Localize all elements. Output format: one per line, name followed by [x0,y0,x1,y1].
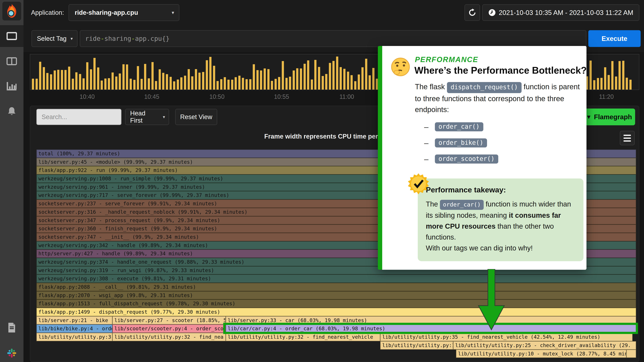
chevron-down-icon: ▾ [172,10,174,15]
top-bar: Application: ride-sharing-app.cpu ▾ 2021… [24,0,644,25]
refresh-icon [468,8,476,16]
timeline-bar [311,80,313,90]
timeline-bar [332,61,334,90]
flamegraph-frame[interactable]: lib/server.py:21 - bike ( [36,316,112,324]
flamegraph-row: lib/bike/bike.py:4 - ordelib/scooter/sco… [36,324,636,333]
timeline-bar [246,79,248,90]
timeline-bar [112,72,114,90]
flamegraph-frame[interactable]: lib/utility/utility.py:25 - check_driver… [453,341,636,350]
popup-title: Where’s the Performance Bottleneck? [414,65,587,76]
sidebar-item-comparison-view[interactable] [0,50,24,72]
flamegraph-frame[interactable]: flask/app.py:1513 - full_dispatch_reques… [36,300,636,308]
execute-button[interactable]: Execute [588,30,641,47]
timeline-bar [166,74,168,90]
flamegraph-frame[interactable]: lib/car/car.py:4 - order_car (68.03%, 19… [226,324,636,333]
application-select[interactable]: ride-sharing-app.cpu ▾ [68,4,179,21]
timeline-bar [198,73,200,90]
pyroscope-logo[interactable] [2,2,21,20]
timeline-bar [137,66,139,90]
timeline-bar [256,70,258,90]
timeline-bar [611,61,614,90]
flamegraph-row: flask/app.py:1513 - full_dispatch_reques… [36,300,636,308]
timeline-bar [231,80,233,90]
flamegraph-row: lib/utility/utility.py:1lib/utility/util… [36,341,636,350]
flamegraph-button-label: Flamegraph [594,113,632,121]
timeline-bar [365,59,367,90]
panel-menu-button[interactable] [620,131,634,145]
hamburger-icon [624,135,631,136]
timeline-bar [296,68,298,90]
timeline-bar [140,79,143,90]
timeline-bar [224,77,226,90]
flamegraph-frame[interactable]: lib/bike/bike.py:4 - orde [36,324,112,333]
timeline-bar [271,81,273,90]
timeline-bar [133,80,136,90]
flamegraph-frame[interactable]: lib/scooter/scooter.py:4 - order_scoo [112,324,226,333]
timeline-bar [600,78,602,90]
flamegraph-row: flask/app.py:2070 - wsgi_app (99.8%, 29.… [36,291,636,300]
flamegraph-frame[interactable]: lib/server.py:33 - car (68.03%, 19.98 mi… [226,316,636,324]
thinking-face-emoji [390,57,410,77]
application-select-value: ride-sharing-app.cpu [75,9,138,16]
refresh-button[interactable] [464,4,480,21]
timeline-tick-label: 10:55 [274,93,289,100]
timeline-bar [216,81,219,90]
time-range-value: 2021-10-03 10:35 AM - 2021-10-03 11:22 A… [499,9,633,16]
timeline-bar [293,70,295,90]
select-tag-label: Select Tag [37,35,66,42]
flamegraph-frame[interactable]: flask/app.py:2070 - wsgi_app (99.8%, 29.… [36,291,636,300]
timeline-bar [177,80,179,90]
timeline-bar [336,56,338,90]
timeline-bar [32,79,34,90]
flame-icon: ▼ [586,114,592,120]
timeline-tick-label: 11:00 [340,93,354,100]
flamegraph-frame[interactable]: lib/utility/utility.py:3 [36,333,112,341]
application-label: Application: [31,9,64,16]
timeline-bar [57,70,59,90]
flamegraph-frame[interactable]: werkzeug/serving.py:308 - execute (99.81… [36,274,636,283]
sidebar-item-single-view[interactable] [0,25,24,47]
timeline-bar [130,79,132,90]
sidebar-item-slack[interactable] [0,342,24,362]
annotation-arrow [478,269,505,330]
popup-eyebrow: PERFORMANCE [415,55,478,64]
flamegraph-frame[interactable]: lib/utility/utility.py:32 - find_nea [112,333,226,341]
takeaway-body: The order_car() function is much wider t… [426,198,577,254]
reset-view-button[interactable]: Reset View [175,109,217,125]
timeline-bar [274,79,277,90]
search-input[interactable] [36,109,122,125]
time-range-button[interactable]: 2021-10-03 10:35 AM - 2021-10-03 11:22 A… [482,4,639,21]
flamegraph-frame[interactable]: lib/utility/utility.py:32 - find_nearest… [226,333,380,341]
timeline-bar [347,72,349,90]
timeline-bar [604,67,606,90]
timeline-bar [159,69,161,90]
timeline-bar [119,74,121,90]
query-input[interactable]: ride-sharing-app.cpu{} [80,30,586,47]
slack-icon [7,348,16,358]
flamegraph-frame[interactable]: flask/app.py:2088 - __call__ (99.81%, 29… [36,283,636,291]
flamegraph-button[interactable]: ▼ Flamegraph [583,108,635,125]
timeline-bar [329,63,331,90]
timeline-bar [173,81,175,90]
timeline-bar [278,77,280,90]
timeline-bar [372,68,374,90]
timeline-bar [228,80,230,90]
flamegraph-frame[interactable]: lib/utility/utility.py:1 [380,341,453,350]
timeline-tick-label: 10:40 [80,93,95,100]
sidebar-item-docs[interactable] [0,317,24,338]
popup-intro: The flask dispatch_request() function is… [415,81,586,115]
sort-order-select[interactable]: Head First ▾ [125,109,169,125]
sidebar-item-alerts[interactable] [0,100,24,122]
flamegraph-frame[interactable]: lib/utility/utility.py:35 - find_nearest… [380,333,632,341]
timeline-bar [322,76,324,90]
timeline-bar [79,74,81,90]
endpoint-item: –order_car() [424,122,498,131]
sidebar-item-metrics[interactable] [0,75,24,97]
timeline-tick-label: 10:45 [144,93,159,100]
flamegraph-frame[interactable]: lib/server.py:27 - scooter (18.85%, 5 [112,316,226,324]
timeline-bar [267,69,270,90]
flamegraph-frame[interactable] [626,350,636,358]
flamegraph-frame[interactable]: flask/app.py:1499 - dispatch_request (99… [36,308,636,316]
select-tag-dropdown[interactable]: Select Tag ▾ [32,30,78,47]
flamegraph-frame[interactable]: lib/utility/utility.py:10 - mutex_lock (… [456,350,626,358]
